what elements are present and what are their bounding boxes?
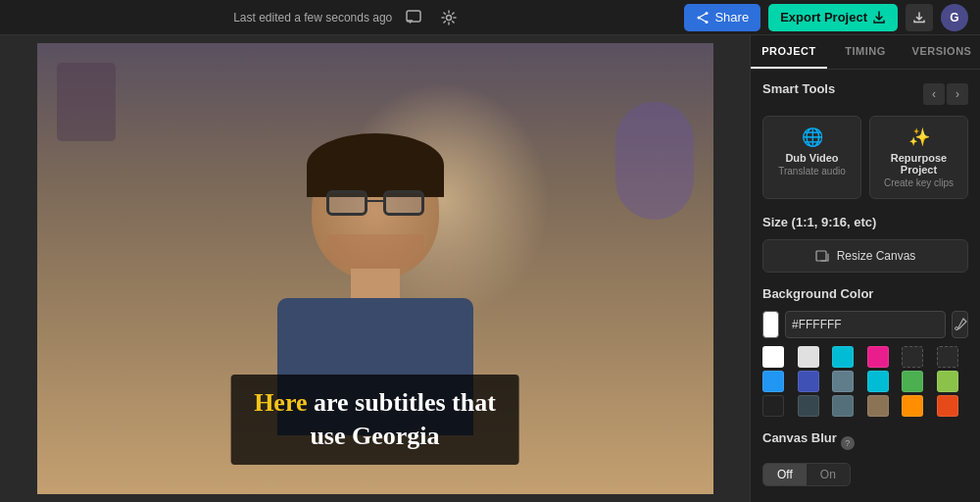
svg-point-8 <box>955 327 957 330</box>
subtitle-line-2: use Georgia <box>254 420 496 453</box>
share-icon <box>696 11 710 25</box>
color-empty-2[interactable] <box>937 346 958 368</box>
svg-point-1 <box>447 15 452 20</box>
comment-icon-btn[interactable] <box>400 4 427 31</box>
sidebar: PROJECT TIMING VERSIONS Smart Tools ‹ › … <box>750 35 980 502</box>
color-dark-3[interactable] <box>832 395 854 417</box>
export-icon <box>872 11 886 25</box>
color-palette <box>762 346 968 417</box>
color-dark-blue[interactable] <box>798 371 819 392</box>
tab-project[interactable]: PROJECT <box>751 35 827 69</box>
main-content: Here are subtitles that use Georgia PROJ… <box>0 35 980 502</box>
subtitle-overlay: Here are subtitles that use Georgia <box>230 375 519 465</box>
topbar-center: Last edited a few seconds ago <box>233 4 463 31</box>
resize-canvas-label: Resize Canvas <box>837 249 916 263</box>
color-green[interactable] <box>902 371 923 392</box>
sidebar-content: Smart Tools ‹ › 🌐 Dub Video Translate au… <box>751 70 980 502</box>
size-section-title: Size (1:1, 9:16, etc) <box>762 215 968 229</box>
subtitle-line1-rest: are subtitles that <box>314 388 496 417</box>
bg-color-title: Background Color <box>762 286 968 301</box>
color-swatch[interactable] <box>762 311 779 338</box>
nav-arrows: ‹ › <box>923 83 968 105</box>
svg-line-6 <box>699 18 707 23</box>
canvas-blur-on[interactable]: On <box>807 464 850 485</box>
share-button[interactable]: Share <box>684 4 760 31</box>
repurpose-card[interactable]: ✨ Repurpose Project Create key clips <box>869 116 968 199</box>
svg-line-5 <box>699 13 707 18</box>
color-light-green[interactable] <box>937 371 958 392</box>
canvas-blur-section: Canvas Blur ? Off On <box>762 430 968 486</box>
canvas-blur-toggle: Off On <box>762 463 851 486</box>
canvas-blur-title: Canvas Blur <box>762 430 837 445</box>
tab-timing[interactable]: TIMING <box>827 35 904 69</box>
room-item-door <box>57 63 116 141</box>
color-deep-orange[interactable] <box>937 395 958 417</box>
repurpose-desc: Create key clips <box>878 177 959 188</box>
subtitle-highlight: Here <box>254 388 307 417</box>
color-blue[interactable] <box>762 371 784 392</box>
color-orange[interactable] <box>902 395 923 417</box>
tab-versions[interactable]: VERSIONS <box>904 35 980 69</box>
gear-icon <box>441 10 457 25</box>
smart-tools-title: Smart Tools <box>762 81 835 96</box>
person-head <box>312 141 439 278</box>
color-light-gray[interactable] <box>798 346 819 368</box>
dub-video-desc: Translate audio <box>771 166 853 176</box>
room-item-beanbag <box>615 102 694 220</box>
sidebar-tabs: PROJECT TIMING VERSIONS <box>751 35 980 70</box>
comment-icon <box>406 10 421 25</box>
settings-icon-btn[interactable] <box>435 4 463 31</box>
eyedropper-icon <box>954 318 967 331</box>
export-button[interactable]: Export Project <box>768 4 898 31</box>
color-empty-1[interactable] <box>902 346 923 368</box>
hair <box>307 133 444 197</box>
download-icon <box>912 11 926 25</box>
color-hex-input[interactable] <box>785 311 946 338</box>
bg-color-section: Background Color <box>762 286 968 417</box>
color-dark-2[interactable] <box>798 395 819 417</box>
video-area: Here are subtitles that use Georgia <box>0 35 750 502</box>
size-section: Size (1:1, 9:16, etc) Resize Canvas <box>762 215 968 273</box>
repurpose-icon: ✨ <box>878 126 959 148</box>
color-blue-gray[interactable] <box>832 371 854 392</box>
color-brown-1[interactable] <box>867 395 889 417</box>
eyedropper-button[interactable] <box>952 311 968 338</box>
color-cyan[interactable] <box>832 346 854 368</box>
dub-video-icon: 🌐 <box>771 126 853 148</box>
nav-arrow-right[interactable]: › <box>947 83 968 105</box>
topbar-right: Share Export Project G <box>684 4 968 31</box>
last-edited-status: Last edited a few seconds ago <box>233 11 392 25</box>
resize-canvas-button[interactable]: Resize Canvas <box>762 239 968 273</box>
video-container: Here are subtitles that use Georgia <box>37 43 713 494</box>
nav-arrow-left[interactable]: ‹ <box>923 83 945 105</box>
canvas-blur-header: Canvas Blur ? <box>762 430 968 455</box>
resize-icon <box>815 248 831 264</box>
svg-rect-7 <box>816 251 826 261</box>
beard <box>326 234 424 269</box>
subtitle-line-1: Here are subtitles that <box>254 386 496 420</box>
dub-video-card[interactable]: 🌐 Dub Video Translate audio <box>762 116 861 199</box>
smart-tools-grid: 🌐 Dub Video Translate audio ✨ Repurpose … <box>762 116 968 199</box>
download-button[interactable] <box>906 4 933 31</box>
color-white[interactable] <box>762 346 784 368</box>
color-pink[interactable] <box>867 346 889 368</box>
glasses <box>321 190 429 220</box>
topbar: Last edited a few seconds ago Share <box>0 0 980 35</box>
dub-video-name: Dub Video <box>771 152 853 164</box>
color-teal[interactable] <box>867 371 889 392</box>
color-input-row <box>762 311 968 338</box>
smart-tools-header: Smart Tools ‹ › <box>762 81 968 106</box>
repurpose-name: Repurpose Project <box>878 152 959 176</box>
canvas-blur-off[interactable]: Off <box>763 464 807 485</box>
canvas-blur-help-icon[interactable]: ? <box>841 436 855 450</box>
user-avatar[interactable]: G <box>941 4 968 31</box>
color-dark-1[interactable] <box>762 395 784 417</box>
